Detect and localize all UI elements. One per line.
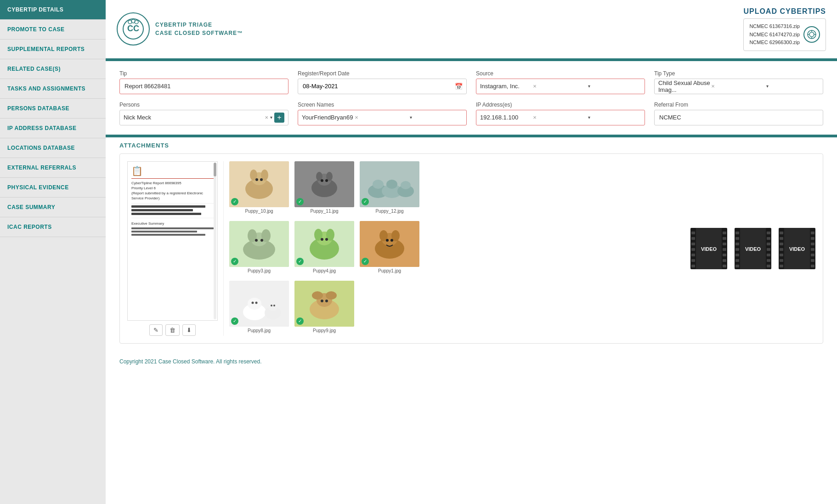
- video-item-0[interactable]: VIDEO: [690, 228, 727, 269]
- persons-clear-icon[interactable]: ×: [265, 114, 268, 121]
- image-thumb-4[interactable]: ✓: [294, 221, 354, 267]
- screen-names-select[interactable]: YourFriendBryan69 × ▾: [298, 110, 467, 125]
- svg-point-24: [325, 179, 328, 182]
- image-label-3: Puppy3.jpg: [248, 268, 271, 273]
- source-clear-icon[interactable]: ×: [533, 83, 586, 90]
- svg-rect-80: [723, 237, 726, 240]
- svg-point-60: [271, 305, 272, 306]
- sidebar-item-supplemental-reports[interactable]: SUPPLEMENTAL REPORTS: [0, 40, 106, 59]
- svg-rect-90: [735, 232, 739, 234]
- pdf-download-button[interactable]: ⬇: [182, 324, 196, 336]
- svg-rect-79: [723, 232, 726, 234]
- svg-point-56: [248, 298, 261, 310]
- ip-clear-icon[interactable]: ×: [533, 114, 586, 121]
- svg-rect-119: [811, 254, 814, 256]
- persons-chevron-icon[interactable]: ▾: [270, 115, 272, 120]
- sidebar-item-tasks-assignments[interactable]: TASKS AND ASSIGNMENTS: [0, 79, 106, 99]
- ip-addresses-value: 192.168.1.100: [480, 114, 533, 121]
- sidebar-item-promote-to-case[interactable]: PROMOTE TO CASE: [0, 20, 106, 40]
- upload-icon[interactable]: [803, 26, 820, 43]
- tip-type-label: Tip Type: [654, 70, 823, 77]
- image-thumb-1[interactable]: ✓: [294, 161, 354, 207]
- svg-point-57: [268, 302, 278, 311]
- screen-names-clear-icon[interactable]: ×: [355, 114, 407, 121]
- svg-rect-72: [691, 232, 695, 234]
- tip-type-field: Tip Type Child Sexual Abuse Imag... × ▾: [654, 70, 823, 94]
- source-label: Source: [476, 70, 645, 77]
- svg-point-52: [390, 239, 393, 242]
- pdf-scrollbar-thumb: [214, 163, 216, 176]
- svg-rect-94: [735, 254, 739, 256]
- source-select[interactable]: Instagram, Inc. × ▾: [476, 79, 645, 94]
- video-item-2[interactable]: VIDEO: [779, 228, 815, 269]
- sidebar-item-locations-database[interactable]: LOCATIONS DATABASE: [0, 138, 106, 158]
- svg-point-61: [273, 305, 275, 306]
- screen-names-label: Screen Names: [298, 102, 467, 108]
- image-item-6: ✓ Puppy8.jpg: [229, 281, 289, 336]
- date-input[interactable]: [298, 80, 451, 92]
- add-person-button[interactable]: +: [274, 113, 284, 123]
- image-label-1: Puppy_11.jpg: [310, 209, 338, 214]
- sidebar-item-ip-address-database[interactable]: IP ADDRESS DATABASE: [0, 119, 106, 138]
- ip-chevron-icon[interactable]: ▾: [588, 115, 641, 120]
- svg-rect-76: [691, 254, 695, 256]
- form-grid: Tip Register/Report Date 📅 Source Instag…: [119, 70, 823, 125]
- svg-point-68: [325, 300, 328, 302]
- svg-rect-78: [691, 265, 695, 267]
- tip-input[interactable]: [119, 79, 288, 94]
- svg-point-59: [255, 301, 258, 304]
- image-thumb-3[interactable]: ✓: [229, 221, 289, 267]
- screen-names-chevron-icon[interactable]: ▾: [410, 115, 463, 120]
- image-thumb-6[interactable]: ✓: [229, 281, 289, 327]
- svg-rect-92: [735, 243, 739, 245]
- screen-names-value: YourFriendBryan69: [302, 114, 355, 121]
- ip-addresses-select[interactable]: 192.168.1.100 × ▾: [476, 110, 645, 125]
- svg-point-29: [373, 180, 384, 189]
- pdf-column: 📋 CyberTipline Report 86698395 Priority …: [127, 161, 224, 336]
- logo-area: CC CYBERTIP TRIAGE CASE CLOSED SOFTWARE™: [117, 12, 243, 45]
- svg-rect-112: [780, 254, 783, 256]
- referral-from-label: Referral From: [654, 102, 823, 108]
- sidebar-item-icac-reports[interactable]: ICAC REPORTS: [0, 217, 106, 237]
- svg-rect-84: [723, 259, 726, 262]
- app-logo: CC: [117, 12, 150, 45]
- screen-names-field: Screen Names YourFriendBryan69 × ▾: [298, 102, 467, 125]
- source-chevron-icon[interactable]: ▾: [588, 84, 641, 89]
- sidebar-item-case-summary[interactable]: CASE SUMMARY: [0, 198, 106, 217]
- referral-from-input[interactable]: [654, 110, 823, 125]
- svg-rect-115: [811, 232, 814, 234]
- image-item-5: ✓ Puppy1.jpg: [360, 221, 419, 276]
- image-thumb-2[interactable]: ✓: [360, 161, 419, 207]
- sidebar-item-external-referrals[interactable]: EXTERNAL REFERRALS: [0, 158, 106, 178]
- upload-file-1: NCMEC 61367316.zip: [749, 23, 799, 31]
- tip-type-value: Child Sexual Abuse Imag...: [658, 79, 711, 93]
- image-thumb-0[interactable]: ✓: [229, 161, 289, 207]
- sidebar-item-cybertip-details[interactable]: CYBERTIP DETAILS: [0, 0, 106, 20]
- svg-rect-114: [780, 265, 783, 267]
- app-layout: CYBERTIP DETAILS PROMOTE TO CASE SUPPLEM…: [0, 0, 837, 504]
- svg-point-31: [401, 181, 411, 189]
- tip-type-clear-icon[interactable]: ×: [711, 83, 764, 90]
- image-label-5: Puppy1.jpg: [378, 268, 401, 273]
- sidebar-item-physical-evidence[interactable]: PHYSICAL EVIDENCE: [0, 178, 106, 198]
- sidebar-item-persons-database[interactable]: PERSONS DATABASE: [0, 99, 106, 119]
- sidebar-item-related-cases[interactable]: RELATED CASE(S): [0, 59, 106, 79]
- pdf-edit-button[interactable]: ✎: [149, 324, 163, 336]
- image-item-3: ✓ Puppy3.jpg: [229, 221, 289, 276]
- calendar-icon[interactable]: 📅: [451, 83, 466, 90]
- svg-rect-91: [735, 237, 739, 240]
- attachments-title: ATTACHMENTS: [119, 142, 823, 149]
- tip-type-chevron-icon[interactable]: ▾: [766, 84, 819, 89]
- pdf-logo-icon: 📋: [131, 165, 143, 176]
- image-thumb-7[interactable]: ✓: [294, 281, 354, 327]
- svg-rect-82: [723, 248, 726, 251]
- svg-point-37: [255, 239, 258, 242]
- pdf-scrollbar[interactable]: [214, 163, 216, 319]
- pdf-text-1: CyberTipline Report 86698395: [131, 181, 214, 186]
- image-thumb-5[interactable]: ✓: [360, 221, 419, 267]
- video-icon-2: VIDEO: [779, 228, 815, 269]
- svg-rect-95: [735, 259, 739, 262]
- video-item-1[interactable]: VIDEO: [735, 228, 771, 269]
- tip-type-select[interactable]: Child Sexual Abuse Imag... × ▾: [654, 79, 823, 94]
- pdf-delete-button[interactable]: 🗑: [165, 324, 180, 336]
